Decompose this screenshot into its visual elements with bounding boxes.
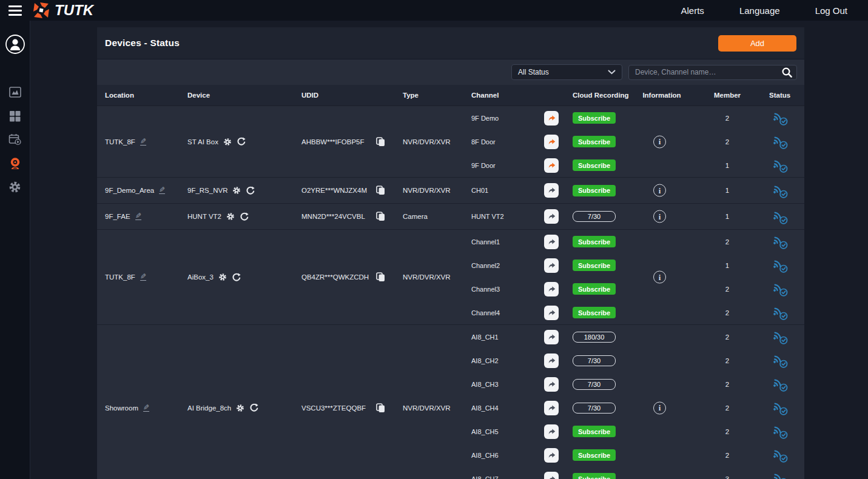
share-icon[interactable] bbox=[544, 306, 559, 320]
status-online-icon[interactable] bbox=[767, 183, 804, 198]
sidebar-item-settings[interactable] bbox=[8, 181, 22, 193]
share-icon[interactable] bbox=[544, 472, 559, 479]
refresh-icon[interactable] bbox=[246, 186, 255, 195]
share-icon[interactable] bbox=[544, 448, 559, 463]
quota-pill[interactable]: 7/30 bbox=[573, 355, 616, 366]
refresh-icon[interactable] bbox=[237, 137, 246, 146]
share-icon[interactable] bbox=[544, 353, 559, 368]
subscribe-button[interactable]: Subscribe bbox=[573, 159, 616, 171]
subscribe-button[interactable]: Subscribe bbox=[573, 136, 616, 147]
add-button[interactable]: Add bbox=[718, 35, 796, 52]
channel-name: AI8_CH3 bbox=[463, 381, 544, 388]
status-online-icon[interactable] bbox=[767, 353, 804, 368]
edit-location-icon[interactable]: ✎ bbox=[140, 273, 146, 281]
quota-pill[interactable]: 7/30 bbox=[573, 403, 616, 414]
user-avatar[interactable] bbox=[5, 34, 25, 57]
analytics-icon bbox=[9, 87, 21, 98]
information-icon[interactable]: i bbox=[653, 271, 666, 284]
share-icon[interactable] bbox=[544, 330, 559, 344]
share-icon[interactable] bbox=[544, 258, 559, 273]
share-icon[interactable] bbox=[544, 111, 559, 126]
subscribe-button[interactable]: Subscribe bbox=[573, 112, 616, 124]
sidebar-item-apps[interactable] bbox=[8, 110, 22, 122]
share-icon[interactable] bbox=[544, 282, 559, 296]
information-icon[interactable]: i bbox=[653, 184, 666, 197]
member-count: 3 bbox=[688, 475, 767, 479]
status-online-icon[interactable] bbox=[767, 305, 804, 320]
status-online-icon[interactable] bbox=[767, 471, 804, 479]
edit-location-icon[interactable]: ✎ bbox=[140, 138, 146, 146]
status-online-icon[interactable] bbox=[767, 134, 804, 149]
status-online-icon[interactable] bbox=[767, 234, 804, 249]
subscribe-button[interactable]: Subscribe bbox=[573, 426, 616, 437]
share-icon[interactable] bbox=[544, 377, 559, 392]
share-icon[interactable] bbox=[544, 235, 559, 249]
information-icon[interactable]: i bbox=[653, 401, 666, 414]
refresh-icon[interactable] bbox=[240, 212, 249, 221]
device-settings-gear-icon[interactable] bbox=[236, 404, 244, 412]
sidebar-item-playback[interactable] bbox=[8, 133, 22, 146]
channel-list: 9F Demo Subscribe 2 bbox=[463, 106, 804, 177]
subscribe-button[interactable]: Subscribe bbox=[573, 307, 616, 318]
sidebar-item-devices-active[interactable] bbox=[8, 157, 22, 169]
status-online-icon[interactable] bbox=[767, 209, 804, 224]
share-icon[interactable] bbox=[544, 183, 559, 198]
quota-pill[interactable]: 180/30 bbox=[573, 332, 616, 343]
share-icon[interactable] bbox=[544, 424, 559, 439]
language-link[interactable]: Language bbox=[739, 5, 780, 16]
copy-udid-icon[interactable] bbox=[376, 272, 385, 282]
quota-pill[interactable]: 7/30 bbox=[573, 211, 616, 222]
channel-name: AI8_CH6 bbox=[463, 452, 544, 459]
status-online-icon[interactable] bbox=[767, 424, 804, 439]
subscribe-button[interactable]: Subscribe bbox=[573, 236, 616, 247]
information-icon[interactable]: i bbox=[653, 210, 666, 223]
edit-location-icon[interactable]: ✎ bbox=[159, 187, 165, 194]
share-icon[interactable] bbox=[544, 158, 559, 173]
refresh-icon[interactable] bbox=[232, 273, 241, 282]
subscribe-button[interactable]: Subscribe bbox=[573, 449, 616, 461]
copy-udid-icon[interactable] bbox=[376, 403, 385, 413]
device-settings-gear-icon[interactable] bbox=[223, 138, 232, 146]
channel-row: AI8_CH4 7/30 2 bbox=[463, 396, 804, 420]
status-filter-dropdown[interactable]: All Status bbox=[511, 64, 622, 80]
status-online-icon[interactable] bbox=[767, 281, 804, 296]
information-icon[interactable]: i bbox=[653, 135, 666, 148]
status-online-icon[interactable] bbox=[767, 400, 804, 415]
copy-udid-icon[interactable] bbox=[376, 137, 385, 147]
search-icon[interactable] bbox=[781, 67, 793, 81]
channel-name: Channel3 bbox=[463, 286, 544, 293]
copy-udid-icon[interactable] bbox=[376, 212, 385, 221]
edit-location-icon[interactable]: ✎ bbox=[143, 404, 149, 412]
share-icon[interactable] bbox=[544, 135, 559, 149]
alerts-link[interactable]: Alerts bbox=[681, 5, 704, 16]
refresh-icon[interactable] bbox=[249, 403, 258, 412]
subscribe-button[interactable]: Subscribe bbox=[573, 260, 616, 271]
status-online-icon[interactable] bbox=[767, 110, 804, 126]
status-online-icon[interactable] bbox=[767, 329, 804, 344]
search-input[interactable] bbox=[628, 65, 797, 80]
subscribe-button[interactable]: Subscribe bbox=[573, 185, 616, 196]
status-online-icon[interactable] bbox=[767, 377, 804, 392]
sidebar-item-analytics[interactable] bbox=[8, 86, 22, 98]
hamburger-menu-icon[interactable] bbox=[8, 5, 22, 16]
share-icon[interactable] bbox=[544, 209, 559, 224]
device-settings-gear-icon[interactable] bbox=[232, 186, 241, 195]
logout-link[interactable]: Log Out bbox=[815, 5, 847, 16]
status-online-icon[interactable] bbox=[767, 158, 804, 173]
edit-location-icon[interactable]: ✎ bbox=[135, 213, 141, 220]
copy-udid-icon[interactable] bbox=[376, 186, 385, 195]
status-online-icon[interactable] bbox=[767, 258, 804, 273]
status-online-icon[interactable] bbox=[767, 447, 804, 463]
device-settings-gear-icon[interactable] bbox=[218, 273, 227, 281]
device-settings-gear-icon[interactable] bbox=[226, 212, 235, 221]
apps-grid-icon bbox=[9, 110, 21, 122]
channel-name: 9F Door bbox=[463, 162, 544, 169]
quota-pill[interactable]: 7/30 bbox=[573, 379, 616, 390]
subscribe-button[interactable]: Subscribe bbox=[573, 283, 616, 295]
device-name: 9F_RS_NVR bbox=[187, 187, 227, 194]
channel-row: AI8_CH1 180/30 2 bbox=[463, 325, 804, 349]
share-icon[interactable] bbox=[544, 401, 559, 415]
location-value: TUTK_8F bbox=[105, 138, 135, 146]
subscribe-button[interactable]: Subscribe bbox=[573, 473, 616, 479]
member-count: 2 bbox=[688, 381, 767, 388]
